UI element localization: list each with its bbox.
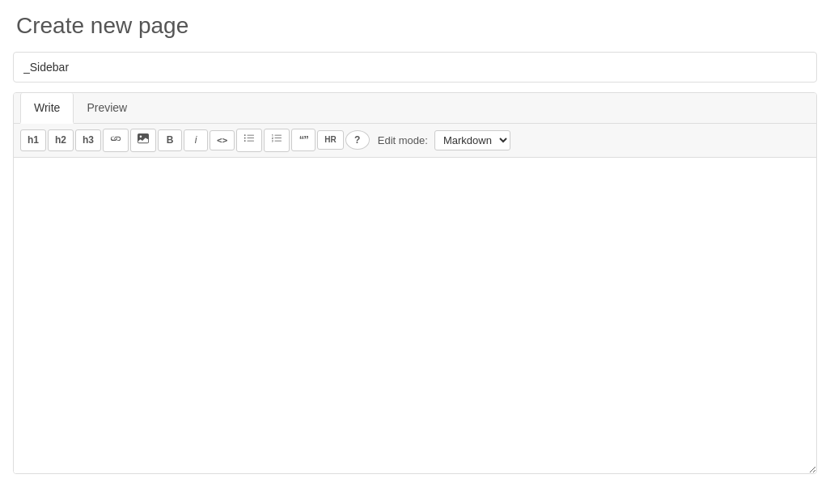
- page-name-input[interactable]: [13, 52, 817, 83]
- edit-mode-label: Edit mode:: [378, 134, 428, 146]
- edit-mode-select[interactable]: Markdown HTML AsciiDoc: [434, 130, 510, 150]
- toolbar-h1-button[interactable]: h1: [20, 129, 46, 151]
- toolbar-hr-button[interactable]: HR: [317, 130, 343, 150]
- toolbar-unordered-list-button[interactable]: [236, 129, 262, 152]
- toolbar-h2-button[interactable]: h2: [48, 129, 74, 151]
- toolbar-help-button[interactable]: ?: [345, 130, 370, 150]
- tabs-bar: Write Preview: [14, 93, 816, 124]
- tab-write[interactable]: Write: [20, 93, 74, 124]
- toolbar-blockquote-button[interactable]: “”: [291, 129, 315, 151]
- toolbar-h3-button[interactable]: h3: [75, 129, 101, 151]
- toolbar-code-button[interactable]: <>: [210, 130, 235, 150]
- editor-textarea[interactable]: [14, 158, 816, 473]
- page-title: Create new page: [13, 13, 817, 39]
- tab-preview[interactable]: Preview: [74, 93, 140, 124]
- editor-container: Write Preview h1 h2 h3 B i <>: [13, 92, 817, 474]
- editor-toolbar: h1 h2 h3 B i <> “”: [14, 124, 816, 158]
- toolbar-image-button[interactable]: [130, 129, 156, 152]
- toolbar-bold-button[interactable]: B: [158, 129, 182, 151]
- toolbar-ordered-list-button[interactable]: [264, 129, 290, 152]
- toolbar-italic-button[interactable]: i: [184, 129, 208, 151]
- toolbar-link-button[interactable]: [103, 129, 129, 152]
